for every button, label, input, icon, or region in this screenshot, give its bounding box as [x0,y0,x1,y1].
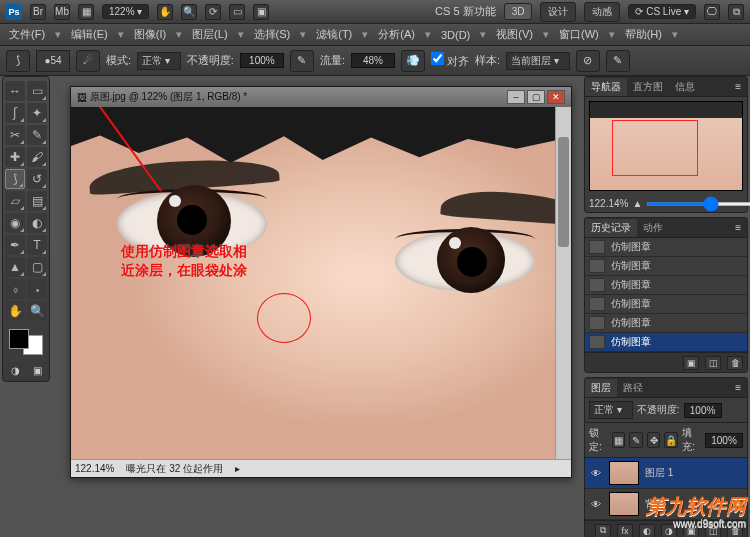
lock-position-icon[interactable]: ✥ [647,432,661,448]
menu-edit[interactable]: 编辑(E) [66,27,113,42]
blend-mode-select[interactable]: 正常 ▾ [137,52,181,70]
menu-layer[interactable]: 图层(L) [187,27,232,42]
canvas[interactable]: 使用仿制图章选取相近涂层，在眼袋处涂 [71,107,555,459]
tool-quick-select[interactable]: ✦ [27,103,47,123]
workspace-tab-3d[interactable]: 3D [504,3,533,20]
layer-row[interactable]: 👁图层 1 [585,458,747,489]
history-item[interactable]: 仿制图章 [585,257,747,276]
zoom-dropdown[interactable]: 122% ▾ [102,4,149,19]
tool-preset-icon[interactable]: ⟆ [6,50,30,72]
menu-view[interactable]: 视图(V) [491,27,538,42]
tool-clone-stamp[interactable]: ⟆ [5,169,25,189]
window-close-button[interactable]: ✕ [547,90,565,104]
lock-pixels-icon[interactable]: ✎ [629,432,643,448]
tool-eyedropper[interactable]: ✎ [27,125,47,145]
history-snapshot-icon[interactable]: ▣ [683,356,699,370]
history-new-icon[interactable]: ◫ [705,356,721,370]
link-layers-icon[interactable]: ⧉ [595,524,611,538]
flow-field[interactable] [351,53,395,68]
navigator-zoom-value[interactable]: 122.14% [589,198,628,209]
layer-fill-field[interactable] [705,433,743,448]
menu-help[interactable]: 帮助(H) [620,27,667,42]
panel-menu-icon[interactable]: ≡ [729,79,747,94]
workspace-tab-design[interactable]: 设计 [540,2,576,22]
color-swatch[interactable] [7,327,45,357]
visibility-icon[interactable]: 👁 [589,499,603,510]
workspace-tab-motion[interactable]: 动感 [584,2,620,22]
hand-icon[interactable]: ✋ [157,4,173,20]
zoom-out-icon[interactable]: ▲ [632,198,642,209]
bridge-icon[interactable]: Br [30,4,46,20]
search-icon[interactable]: 🖵 [704,4,720,20]
tool-hand[interactable]: ✋ [5,301,25,321]
collapse-icon[interactable]: ⧉ [728,4,744,20]
screen-mode-toggle[interactable]: ▣ [27,363,47,377]
tool-blur[interactable]: ◉ [5,213,25,233]
layer-opacity-field[interactable] [684,403,722,418]
layer-thumbnail[interactable] [609,492,639,516]
tool-crop[interactable]: ✂ [5,125,25,145]
lock-all-icon[interactable]: 🔒 [664,432,678,448]
tool-eraser[interactable]: ▱ [5,191,25,211]
tool-dodge[interactable]: ◐ [27,213,47,233]
tool-move[interactable]: ↔ [5,81,25,101]
history-item[interactable]: 仿制图章 [585,314,747,333]
tool-3d-cam[interactable]: ⬩ [27,279,47,299]
navigator-zoom-slider[interactable] [646,202,750,206]
tab-navigator[interactable]: 导航器 [585,78,627,96]
aligned-checkbox[interactable]: 对齐 [431,52,469,69]
navigator-thumbnail[interactable] [589,101,743,191]
quick-mask-icon[interactable]: ◑ [5,363,25,377]
tool-pen[interactable]: ✒ [5,235,25,255]
status-zoom[interactable]: 122.14% [75,463,114,474]
history-item[interactable]: 仿制图章 [585,238,747,257]
tab-info[interactable]: 信息 [669,78,701,96]
menu-image[interactable]: 图像(I) [129,27,171,42]
window-maximize-button[interactable]: ▢ [527,90,545,104]
window-minimize-button[interactable]: – [507,90,525,104]
menu-filter[interactable]: 滤镜(T) [311,27,357,42]
menu-analysis[interactable]: 分析(A) [373,27,420,42]
tab-layers[interactable]: 图层 [585,379,617,397]
airbrush-icon[interactable]: 💨 [401,50,425,72]
tab-actions[interactable]: 动作 [637,219,669,237]
tool-lasso[interactable]: ʃ [5,103,25,123]
history-item[interactable]: 仿制图章 [585,276,747,295]
layer-thumbnail[interactable] [609,461,639,485]
tool-marquee[interactable]: ▭ [27,81,47,101]
menu-window[interactable]: 窗口(W) [554,27,604,42]
cslive-button[interactable]: ⟳ CS Live ▾ [628,4,696,19]
panel-menu-icon[interactable]: ≡ [729,220,747,235]
tab-history[interactable]: 历史记录 [585,219,637,237]
history-item[interactable]: 仿制图章 [585,295,747,314]
menu-file[interactable]: 文件(F) [4,27,50,42]
tool-gradient[interactable]: ▤ [27,191,47,211]
lock-transparency-icon[interactable]: ▦ [612,432,626,448]
view-extras-icon[interactable]: ▦ [78,4,94,20]
ignore-adj-icon[interactable]: ⊘ [576,50,600,72]
tool-3d[interactable]: ⬨ [5,279,25,299]
screen-mode-icon[interactable]: ▣ [253,4,269,20]
brush-panel-icon[interactable]: ☄ [76,50,100,72]
tool-healing[interactable]: ✚ [5,147,25,167]
history-item[interactable]: 仿制图章 [585,333,747,352]
tool-type[interactable]: T [27,235,47,255]
menu-3d[interactable]: 3D(D) [436,29,475,41]
rotate-view-icon[interactable]: ⟳ [205,4,221,20]
tablet-opacity-icon[interactable]: ✎ [290,50,314,72]
document-title-bar[interactable]: 🖼 原图.jpg @ 122% (图层 1, RGB/8) * – ▢ ✕ [71,87,571,107]
tool-path-select[interactable]: ▲ [5,257,25,277]
brush-preset-picker[interactable]: ● 54 [36,50,70,72]
vertical-scrollbar[interactable] [555,107,571,459]
menu-select[interactable]: 选择(S) [249,27,296,42]
tool-zoom[interactable]: 🔍 [27,301,47,321]
zoom-icon[interactable]: 🔍 [181,4,197,20]
tool-shape[interactable]: ▢ [27,257,47,277]
arrange-icon[interactable]: ▭ [229,4,245,20]
layer-name[interactable]: 图层 1 [645,466,673,480]
sample-select[interactable]: 当前图层 ▾ [506,52,570,70]
tool-brush[interactable]: 🖌 [27,147,47,167]
tab-histogram[interactable]: 直方图 [627,78,669,96]
layer-blend-select[interactable]: 正常 ▾ [589,401,633,419]
tab-paths[interactable]: 路径 [617,379,649,397]
